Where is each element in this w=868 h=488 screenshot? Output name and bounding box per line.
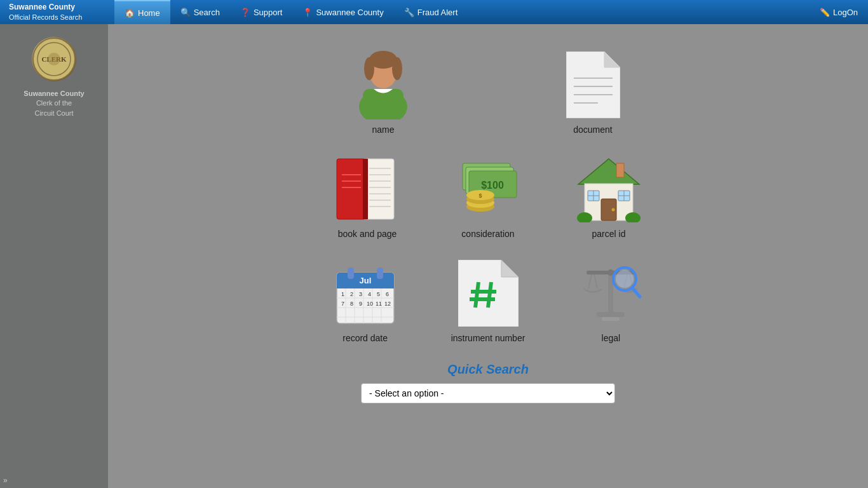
svg-text:$100: $100: [481, 180, 504, 191]
nav-fraud[interactable]: 🔧 Fraud Alert: [394, 0, 468, 24]
svg-point-8: [364, 57, 374, 80]
svg-line-88: [588, 274, 592, 288]
svg-text:2: 2: [350, 291, 353, 297]
svg-rect-84: [597, 312, 625, 317]
svg-text:$: $: [478, 193, 482, 199]
nav-county[interactable]: 📍 Suwannee County: [292, 0, 393, 24]
svg-text:10: 10: [367, 301, 373, 307]
svg-rect-56: [377, 268, 383, 279]
svg-text:5: 5: [377, 291, 380, 297]
org-line2: Clerk of the: [24, 98, 84, 108]
nav-search[interactable]: 🔍 Search: [170, 0, 230, 24]
search-option-document[interactable]: document: [552, 43, 634, 141]
book-and-page-label: book and page: [338, 229, 397, 239]
bottom-arrow[interactable]: »: [3, 476, 8, 485]
svg-text:11: 11: [376, 301, 382, 307]
navbar: Suwannee County Official Records Search …: [0, 0, 868, 24]
org-line1: Suwannee County: [24, 89, 84, 98]
instrument-number-icon: [453, 258, 523, 328]
search-option-parcel-id[interactable]: parcel id: [567, 147, 650, 245]
navbar-brand: Suwannee County Official Records Search: [0, 0, 114, 24]
county-seal: CLERK: [32, 37, 76, 81]
svg-text:7: 7: [341, 301, 344, 307]
svg-point-3: [48, 53, 60, 65]
nav-fraud-label: Fraud Alert: [417, 8, 458, 17]
search-option-name[interactable]: name: [342, 43, 424, 141]
svg-rect-50: [616, 163, 624, 177]
legal-label: legal: [602, 333, 621, 343]
search-icon: 🔍: [180, 8, 191, 17]
sidebar: CLERK Suwannee County Clerk of the Circu…: [0, 24, 108, 488]
svg-text:Jul: Jul: [359, 276, 371, 285]
svg-rect-55: [348, 268, 354, 279]
search-option-instrument-number[interactable]: instrument number: [445, 252, 532, 349]
svg-point-9: [392, 57, 402, 80]
location-icon: 📍: [302, 8, 313, 17]
instrument-number-label: instrument number: [451, 333, 526, 343]
support-icon: ❓: [240, 8, 250, 17]
wrench-icon: 🔧: [404, 8, 414, 17]
search-option-consideration[interactable]: $100 $ consideration: [447, 147, 529, 245]
nav-home[interactable]: 🏠 Home: [114, 0, 170, 24]
svg-text:1: 1: [341, 291, 344, 297]
svg-marker-78: [501, 260, 519, 277]
svg-marker-11: [604, 51, 620, 67]
consideration-label: consideration: [461, 229, 514, 239]
quick-search-section: Quick Search - Select an option - Name D…: [361, 362, 615, 403]
svg-rect-85: [602, 317, 620, 321]
brand-title: Suwannee County: [9, 3, 105, 13]
svg-point-41: [612, 208, 615, 211]
search-option-record-date[interactable]: Jul 1 2: [324, 252, 407, 349]
record-date-label: record date: [342, 333, 388, 343]
svg-text:4: 4: [368, 291, 371, 297]
nav-county-label: Suwannee County: [316, 8, 383, 17]
name-label: name: [372, 125, 394, 135]
org-line3: Circuit Court: [24, 109, 84, 118]
page-body: CLERK Suwannee County Clerk of the Circu…: [0, 24, 868, 488]
document-icon: [558, 50, 628, 119]
svg-text:6: 6: [386, 291, 389, 297]
nav-search-label: Search: [194, 8, 220, 17]
svg-text:9: 9: [359, 301, 362, 307]
svg-line-89: [594, 274, 597, 288]
search-option-legal[interactable]: legal: [569, 252, 652, 349]
nav-support-label: Support: [254, 8, 283, 17]
nav-items: 🏠 Home 🔍 Search ❓ Support 📍 Suwannee Cou…: [114, 0, 468, 24]
logon-label: LogOn: [833, 8, 858, 17]
svg-text:3: 3: [359, 291, 362, 297]
home-icon: 🏠: [125, 8, 135, 18]
svg-rect-25: [363, 159, 368, 219]
svg-rect-16: [337, 159, 365, 219]
legal-icon: [576, 258, 646, 328]
parcel-id-icon: [574, 154, 644, 224]
book-icon: [332, 154, 402, 224]
record-date-icon: Jul 1 2: [330, 258, 400, 328]
search-option-book-and-page[interactable]: book and page: [326, 147, 409, 245]
quick-search-title: Quick Search: [447, 362, 529, 377]
consideration-icon: $100 $: [453, 154, 523, 224]
svg-text:12: 12: [384, 301, 391, 307]
pencil-icon: ✏️: [820, 8, 830, 17]
sidebar-org-text: Suwannee County Clerk of the Circuit Cou…: [24, 89, 84, 118]
nav-support[interactable]: ❓ Support: [230, 0, 293, 24]
parcel-id-label: parcel id: [592, 229, 626, 239]
svg-text:8: 8: [350, 301, 353, 307]
logon-area[interactable]: ✏️ LogOn: [820, 0, 868, 24]
document-label: document: [573, 125, 612, 135]
quick-search-select[interactable]: - Select an option - Name Document Book …: [361, 383, 615, 403]
name-icon: [348, 50, 418, 119]
svg-point-93: [616, 270, 634, 288]
nav-home-label: Home: [138, 8, 160, 18]
brand-subtitle: Official Records Search: [9, 13, 105, 22]
svg-marker-38: [578, 159, 639, 184]
main-content: name document: [108, 24, 868, 488]
